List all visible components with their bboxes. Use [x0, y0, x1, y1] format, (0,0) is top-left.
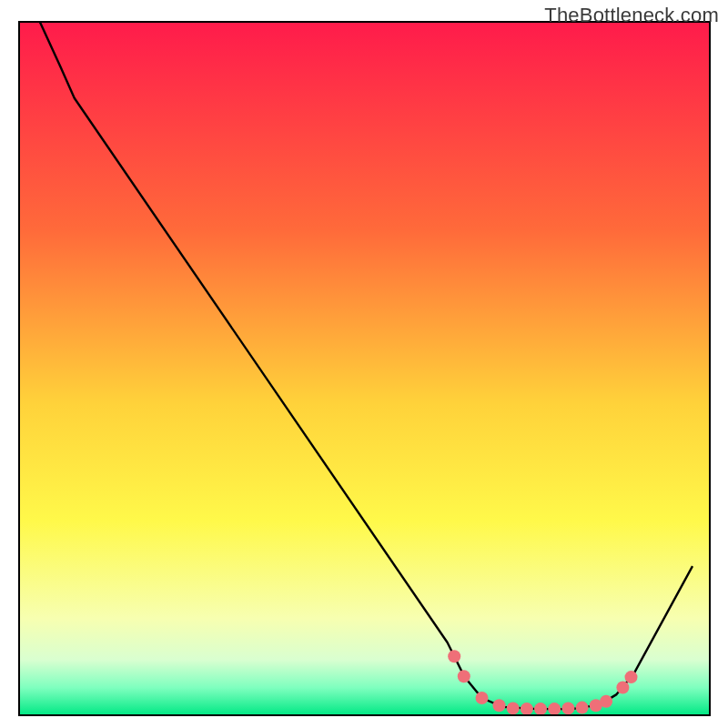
curve-marker	[493, 699, 506, 712]
curve-marker	[507, 702, 520, 714]
curve-marker	[576, 702, 589, 714]
plot-background	[19, 22, 710, 715]
plot-area	[19, 22, 710, 715]
chart-container: { "watermark": "TheBottleneck.com", "cha…	[0, 0, 728, 728]
curve-marker	[448, 650, 460, 662]
curve-marker	[625, 671, 638, 683]
bottleneck-chart	[0, 0, 728, 728]
curve-marker	[616, 682, 629, 694]
curve-marker	[548, 703, 561, 715]
watermark-text: TheBottleneck.com	[544, 4, 719, 27]
curve-marker	[458, 670, 470, 682]
curve-marker	[534, 703, 547, 715]
curve-marker	[521, 703, 533, 715]
curve-marker	[561, 702, 574, 714]
curve-marker	[476, 692, 489, 704]
curve-marker	[600, 695, 612, 708]
